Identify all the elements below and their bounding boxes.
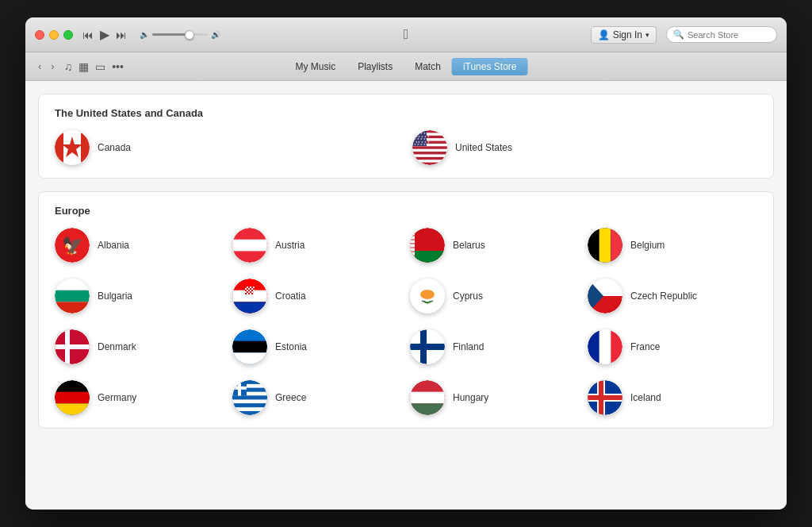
country-belgium-label: Belgium bbox=[630, 240, 665, 251]
country-iceland-label: Iceland bbox=[630, 392, 661, 403]
us-canada-grid: Canada bbox=[55, 130, 757, 165]
svg-rect-29 bbox=[410, 228, 415, 263]
country-greece[interactable]: Greece bbox=[232, 380, 402, 415]
country-greece-label: Greece bbox=[275, 392, 306, 403]
main-content: The United States and Canada Canada bbox=[25, 81, 787, 510]
svg-rect-59 bbox=[251, 290, 253, 291]
user-icon: 👤 bbox=[598, 29, 610, 40]
svg-text:★ ★ ★ ★ ★ ★: ★ ★ ★ ★ ★ ★ bbox=[414, 143, 431, 146]
flag-austria bbox=[232, 228, 267, 263]
svg-rect-100 bbox=[232, 403, 267, 407]
tab-match[interactable]: Match bbox=[404, 58, 452, 75]
rewind-button[interactable]: ⏮ bbox=[82, 29, 94, 41]
svg-rect-61 bbox=[250, 291, 251, 293]
title-bar: ⏮ ▶ ⏭ 🔈 🔊  👤 Sign In ▾ 🔍 bbox=[25, 17, 787, 52]
flag-belarus bbox=[410, 228, 445, 263]
europe-grid: 🦅 Albania bbox=[55, 228, 757, 415]
close-button[interactable] bbox=[35, 30, 44, 40]
country-germany[interactable]: Germany bbox=[55, 380, 224, 415]
flag-france bbox=[588, 329, 622, 364]
search-icon: 🔍 bbox=[673, 29, 684, 40]
tab-my-music[interactable]: My Music bbox=[285, 58, 347, 75]
country-bulgaria[interactable]: Bulgaria bbox=[55, 279, 224, 314]
country-france[interactable]: France bbox=[588, 329, 757, 364]
more-icon[interactable]: ••• bbox=[112, 60, 124, 73]
flag-czech bbox=[588, 279, 622, 314]
sign-in-button[interactable]: 👤 Sign In ▾ bbox=[591, 26, 657, 44]
display-icon[interactable]: ▭ bbox=[95, 60, 105, 73]
tab-playlists[interactable]: Playlists bbox=[347, 58, 404, 75]
svg-rect-12 bbox=[412, 157, 447, 160]
country-czech[interactable]: Czech Republic bbox=[588, 279, 757, 314]
nav-tabs: My Music Playlists Match iTunes Store bbox=[285, 58, 528, 75]
svg-rect-44 bbox=[55, 290, 90, 302]
country-belarus[interactable]: Belarus bbox=[410, 228, 580, 263]
country-albania[interactable]: 🦅 Albania bbox=[55, 228, 224, 263]
volume-slider[interactable]: 🔈 🔊 bbox=[140, 30, 220, 39]
traffic-lights bbox=[35, 30, 73, 40]
svg-rect-54 bbox=[247, 288, 248, 290]
country-denmark-label: Denmark bbox=[98, 341, 136, 352]
apple-logo:  bbox=[404, 26, 409, 43]
svg-rect-1 bbox=[55, 130, 63, 165]
itunes-window: ⏮ ▶ ⏭ 🔈 🔊  👤 Sign In ▾ 🔍 ‹ bbox=[25, 17, 787, 510]
playback-controls: ⏮ ▶ ⏭ bbox=[82, 27, 127, 42]
country-cyprus[interactable]: Cyprus bbox=[410, 279, 580, 314]
maximize-button[interactable] bbox=[63, 30, 73, 40]
tab-itunes-store[interactable]: iTunes Store bbox=[452, 58, 528, 75]
svg-rect-101 bbox=[232, 407, 267, 411]
svg-rect-60 bbox=[247, 291, 248, 293]
svg-rect-99 bbox=[232, 399, 267, 403]
nav-forward-button[interactable]: › bbox=[48, 59, 57, 74]
svg-rect-114 bbox=[588, 395, 622, 400]
svg-rect-55 bbox=[250, 288, 251, 290]
svg-rect-105 bbox=[232, 387, 247, 390]
flag-estonia bbox=[232, 329, 267, 364]
flag-croatia bbox=[232, 279, 267, 314]
country-usa-label: United States bbox=[455, 142, 512, 153]
country-belgium[interactable]: Belgium bbox=[588, 228, 757, 263]
svg-rect-79 bbox=[232, 352, 267, 364]
svg-rect-91 bbox=[55, 403, 90, 415]
nav-back-button[interactable]: ‹ bbox=[35, 59, 44, 74]
nav-arrows: ‹ › bbox=[35, 59, 58, 74]
svg-rect-108 bbox=[410, 392, 445, 404]
music-icon[interactable]: ♫ bbox=[64, 60, 73, 73]
svg-rect-40 bbox=[599, 228, 611, 263]
grid-icon[interactable]: ▦ bbox=[79, 60, 89, 73]
country-czech-label: Czech Republic bbox=[630, 290, 697, 302]
svg-rect-87 bbox=[611, 329, 622, 364]
country-croatia[interactable]: Croatia bbox=[232, 279, 402, 314]
fast-forward-button[interactable]: ⏭ bbox=[116, 29, 127, 41]
play-button[interactable]: ▶ bbox=[100, 27, 109, 42]
country-bulgaria-label: Bulgaria bbox=[98, 290, 132, 302]
search-box[interactable]: 🔍 bbox=[666, 26, 777, 43]
country-iceland[interactable]: Iceland bbox=[588, 380, 757, 415]
country-denmark[interactable]: Denmark bbox=[55, 329, 224, 364]
flag-usa: ★ ★ ★ ★ ★ ★ ★ ★ ★ ★ ★ ★ ★ ★ ★ ★ ★ ★ ★ ★ … bbox=[412, 130, 447, 165]
country-france-label: France bbox=[630, 341, 660, 352]
country-canada[interactable]: Canada bbox=[55, 130, 400, 165]
country-cyprus-label: Cyprus bbox=[453, 290, 483, 302]
svg-rect-56 bbox=[253, 288, 255, 290]
country-germany-label: Germany bbox=[98, 392, 136, 403]
search-input[interactable] bbox=[688, 30, 770, 40]
country-finland[interactable]: Finland bbox=[410, 329, 580, 364]
svg-rect-58 bbox=[248, 290, 250, 291]
svg-rect-52 bbox=[248, 287, 250, 288]
country-austria-label: Austria bbox=[275, 240, 304, 251]
country-estonia[interactable]: Estonia bbox=[232, 329, 402, 364]
svg-rect-64 bbox=[248, 293, 250, 294]
country-austria[interactable]: Austria bbox=[232, 228, 402, 263]
flag-finland bbox=[410, 329, 445, 364]
country-usa[interactable]: ★ ★ ★ ★ ★ ★ ★ ★ ★ ★ ★ ★ ★ ★ ★ ★ ★ ★ ★ ★ … bbox=[412, 130, 757, 165]
svg-rect-82 bbox=[410, 344, 445, 350]
country-hungary-label: Hungary bbox=[453, 392, 488, 403]
country-albania-label: Albania bbox=[98, 240, 129, 251]
flag-cyprus bbox=[410, 279, 445, 314]
svg-rect-83 bbox=[420, 329, 427, 364]
country-hungary[interactable]: Hungary bbox=[410, 380, 580, 415]
flag-germany bbox=[55, 380, 90, 415]
svg-rect-109 bbox=[410, 403, 445, 415]
minimize-button[interactable] bbox=[49, 30, 59, 40]
